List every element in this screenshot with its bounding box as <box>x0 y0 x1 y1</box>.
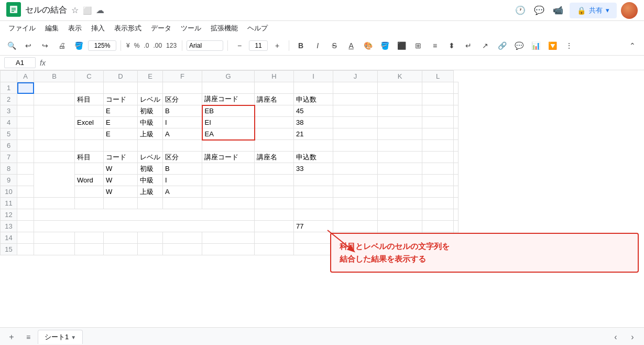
cell-r1-c12[interactable] <box>454 82 459 94</box>
cell-r11-c9[interactable] <box>333 198 378 209</box>
cell-r2-c11[interactable] <box>422 94 454 105</box>
cell-r7-c3[interactable]: コード <box>104 152 138 163</box>
cell-r8-c5[interactable]: B <box>163 163 202 175</box>
star-icon[interactable]: ☆ <box>71 5 79 15</box>
col-header-K[interactable]: K <box>378 71 422 82</box>
cell-r1-c7[interactable] <box>255 82 294 94</box>
cell-r9-c3[interactable]: W <box>104 175 138 186</box>
cell-r14-c3[interactable] <box>104 232 138 244</box>
row-header-1[interactable]: 1 <box>1 82 17 94</box>
cell-r2-c1[interactable] <box>34 94 75 105</box>
cell-r6-c4[interactable] <box>138 140 163 152</box>
row-header-3[interactable]: 3 <box>1 105 17 117</box>
col-header-G[interactable]: G <box>202 71 255 82</box>
cell-r5-c2[interactable] <box>75 128 104 140</box>
cell-r9-c12[interactable] <box>454 175 459 186</box>
sheet-menu-btn[interactable]: ≡ <box>21 330 36 344</box>
cell-r9-c5[interactable]: I <box>163 175 202 186</box>
chart-btn[interactable]: 📊 <box>528 38 543 53</box>
cell-r11-c8[interactable] <box>294 198 333 209</box>
cell-r14-c5[interactable] <box>163 232 202 244</box>
cell-r5-c9[interactable] <box>333 128 378 140</box>
filter-btn[interactable]: 🔽 <box>545 38 560 53</box>
cell-r15-c1[interactable] <box>34 244 75 255</box>
cell-r7-c6[interactable]: 講座コード <box>202 152 255 163</box>
share-button[interactable]: 🔒 共有 ▾ <box>570 3 617 18</box>
undo-btn[interactable]: ↩ <box>21 38 36 53</box>
cell-r7-c5[interactable]: 区分 <box>163 152 202 163</box>
cell-r11-c12[interactable] <box>454 198 459 209</box>
fill-color-btn[interactable]: 🪣 <box>377 38 392 53</box>
cell-r14-c6[interactable] <box>202 232 255 244</box>
cell-r8-c6[interactable] <box>202 163 255 175</box>
cell-r2-c4[interactable]: レベル <box>138 94 163 105</box>
cell-r15-c4[interactable] <box>138 244 163 255</box>
cell-r9-c11[interactable] <box>422 175 454 186</box>
sheet-tab-1[interactable]: シート1 ▼ <box>38 330 83 344</box>
cell-r5-c8[interactable]: 21 <box>294 128 333 140</box>
cell-r1-c2[interactable] <box>75 82 104 94</box>
cell-r2-c6[interactable]: 講座コード <box>202 94 255 105</box>
col-header-C[interactable]: C <box>75 71 104 82</box>
print-btn[interactable]: 🖨 <box>54 38 69 53</box>
cell-r15-c6[interactable] <box>202 244 255 255</box>
cell-r3-c2[interactable] <box>75 105 104 117</box>
cell-r13-c8[interactable]: 77 <box>294 221 333 232</box>
italic-btn[interactable]: I <box>310 38 325 53</box>
menu-help[interactable]: ヘルプ <box>243 23 272 34</box>
cell-r14-c2[interactable] <box>75 232 104 244</box>
cell-r6-c7[interactable] <box>255 140 294 152</box>
col-header-L[interactable]: L <box>422 71 454 82</box>
cell-r14-c8[interactable] <box>294 232 333 244</box>
cell-r11-c4[interactable] <box>138 198 163 209</box>
cell-r2-c3[interactable]: コード <box>104 94 138 105</box>
wrap-btn[interactable]: ↵ <box>461 38 476 53</box>
cell-r8-c10[interactable] <box>378 163 422 175</box>
cell-r4-c2[interactable]: Excel <box>75 117 104 128</box>
cell-r3-c8[interactable]: 45 <box>294 105 333 117</box>
cell-r11-c10[interactable] <box>378 198 422 209</box>
cell-r8-c3[interactable]: W <box>104 163 138 175</box>
cell-r12-c8[interactable] <box>294 209 333 221</box>
add-sheet-btn[interactable]: + <box>4 330 19 344</box>
cell-r6-c8[interactable] <box>294 140 333 152</box>
cell-ref-input[interactable] <box>4 57 36 68</box>
row-header-14[interactable]: 14 <box>1 232 17 244</box>
cell-r5-c7[interactable] <box>255 128 294 140</box>
cell-r7-c9[interactable] <box>333 152 378 163</box>
cell-r4-c11[interactable] <box>422 117 454 128</box>
text-color-btn[interactable]: 🎨 <box>361 38 375 53</box>
cell-r5-c10[interactable] <box>378 128 422 140</box>
cell-r12-c0[interactable] <box>17 209 34 221</box>
cell-r4-c6[interactable]: EI <box>202 117 255 128</box>
cell-r11-c6[interactable] <box>202 198 255 209</box>
comment-btn[interactable]: 💬 <box>511 38 526 53</box>
col-header-B[interactable]: B <box>34 71 75 82</box>
cell-r3-c3[interactable]: E <box>104 105 138 117</box>
link-btn[interactable]: 🔗 <box>495 38 509 53</box>
cell-r6-c9[interactable] <box>333 140 378 152</box>
row-header-11[interactable]: 11 <box>1 198 17 209</box>
cell-r10-c12[interactable] <box>454 186 459 198</box>
cell-r7-c7[interactable]: 講座名 <box>255 152 294 163</box>
menu-format[interactable]: 表示形式 <box>110 23 146 34</box>
meet-btn[interactable]: 📹 <box>551 3 565 18</box>
cell-r3-c6[interactable]: EB <box>202 105 255 117</box>
cell-r3-c7[interactable] <box>255 105 294 117</box>
more-btn[interactable]: ⋮ <box>562 38 576 53</box>
cell-r4-c9[interactable] <box>333 117 378 128</box>
cell-r10-c11[interactable] <box>422 186 454 198</box>
menu-tools[interactable]: ツール <box>177 23 205 34</box>
row-header-12[interactable]: 12 <box>1 209 17 221</box>
zoom-select[interactable]: 125% <box>88 40 116 51</box>
row-header-15[interactable]: 15 <box>1 244 17 255</box>
cell-r7-c4[interactable]: レベル <box>138 152 163 163</box>
cell-r7-c10[interactable] <box>378 152 422 163</box>
scroll-left-btn[interactable]: ‹ <box>608 330 623 344</box>
cell-r5-c4[interactable]: 上級 <box>138 128 163 140</box>
cell-r14-c1[interactable] <box>34 232 75 244</box>
cell-r8-c11[interactable] <box>422 163 454 175</box>
cloud-icon[interactable]: ☁ <box>96 5 104 15</box>
cell-r10-c0[interactable] <box>17 186 34 198</box>
row-header-13[interactable]: 13 <box>1 221 17 232</box>
